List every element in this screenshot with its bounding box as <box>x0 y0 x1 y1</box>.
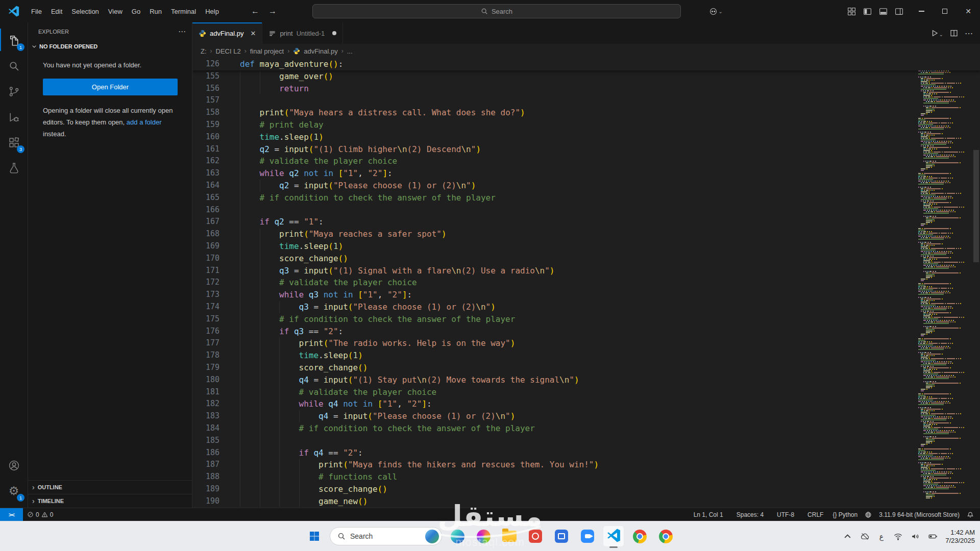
code-line[interactable]: 183q4 = input("Please choose (1) or (2)\… <box>192 410 980 422</box>
more-actions-icon[interactable]: ⋯ <box>965 29 973 38</box>
onedrive-paused-icon[interactable] <box>860 532 870 541</box>
menu-item-file[interactable]: File <box>27 6 46 17</box>
code-line[interactable]: 184# if condition to check the answer of… <box>192 422 980 435</box>
code-line[interactable]: 162# validate the player choice <box>192 155 980 167</box>
code-line[interactable]: 156return <box>192 83 980 95</box>
problems-status[interactable]: 0 0 <box>23 511 57 518</box>
minimap[interactable] <box>914 58 972 508</box>
back-arrow-icon[interactable]: ← <box>251 7 259 16</box>
taskbar-app-chrome-2[interactable] <box>655 525 676 547</box>
activity-bar-item-account[interactable] <box>2 453 26 478</box>
volume-icon[interactable] <box>911 532 920 541</box>
taskbar-app-chrome[interactable] <box>629 525 650 547</box>
code-line[interactable]: 158print("Maya hears a distress call. Wh… <box>192 107 980 119</box>
menu-item-view[interactable]: View <box>104 6 127 17</box>
code-line[interactable]: 161q2 = input("(1) Climb higher\n(2) Des… <box>192 143 980 156</box>
menu-item-go[interactable]: Go <box>127 6 145 17</box>
forward-arrow-icon[interactable]: → <box>268 7 277 16</box>
taskbar-app-copilot[interactable] <box>473 525 494 547</box>
code-line[interactable]: 155game_over() <box>192 70 980 83</box>
breadcrumb-item[interactable]: final project <box>250 47 284 55</box>
sticky-scroll-line[interactable]: 126def maya_adventure(): <box>192 58 980 70</box>
tab-print[interactable]: printUntitled-1 <box>262 22 343 44</box>
activity-bar-item-search[interactable] <box>2 53 26 79</box>
menu-item-run[interactable]: Run <box>145 6 166 17</box>
timeline-section[interactable]: › TIMELINE <box>28 494 192 508</box>
code-editor[interactable]: 126def maya_adventure(): 155game_over()1… <box>192 58 980 508</box>
code-line[interactable]: 174q3 = input("Please choose (1) or (2)\… <box>192 301 980 313</box>
status-item-ln-1-col-1[interactable]: Ln 1, Col 1 <box>692 511 725 518</box>
code-line[interactable]: 167if q2 == "1": <box>192 216 980 228</box>
activity-bar-item-settings[interactable]: ⚙1 <box>2 478 26 504</box>
code-line[interactable]: 169time.sleep(1) <box>192 240 980 253</box>
scrollbar-thumb[interactable] <box>973 150 979 262</box>
code-line[interactable]: 171q3 = input("(1) Signal with a flare\n… <box>192 265 980 277</box>
toggle-panel-icon[interactable] <box>879 7 888 16</box>
code-line[interactable]: 178time.sleep(1) <box>192 349 980 362</box>
taskbar-search-box[interactable]: Search <box>330 527 442 545</box>
code-line[interactable]: 182while q4 not in ["1", "2"]: <box>192 398 980 410</box>
taskbar-app-app-red[interactable] <box>525 525 546 547</box>
code-viewport[interactable]: 155game_over()156return157158print("Maya… <box>192 70 980 508</box>
status-item-crlf[interactable]: CRLF <box>805 511 825 518</box>
activity-bar-item-run-debug[interactable] <box>2 104 26 130</box>
code-line[interactable]: 189score_change() <box>192 483 980 495</box>
outline-section[interactable]: › OUTLINE <box>28 480 192 494</box>
code-line[interactable]: 157 <box>192 94 980 107</box>
section-no-folder-opened[interactable]: NO FOLDER OPENED <box>28 40 192 53</box>
taskbar-app-edge[interactable] <box>447 525 468 547</box>
wifi-icon[interactable] <box>893 532 903 541</box>
code-line[interactable]: 186if q4 == "2": <box>192 447 980 459</box>
code-line[interactable]: 175# if condition to check the answer of… <box>192 313 980 325</box>
code-line[interactable]: 168print("Maya reaches a safer spot") <box>192 228 980 240</box>
customize-layout-icon[interactable] <box>847 7 856 16</box>
activity-bar-item-testing[interactable] <box>2 155 26 181</box>
remote-indicator[interactable]: >< <box>0 508 23 521</box>
activity-bar-item-source-control[interactable] <box>2 79 26 104</box>
menu-item-edit[interactable]: Edit <box>46 6 67 17</box>
code-line[interactable]: 159# print delay <box>192 119 980 131</box>
code-line[interactable]: 185 <box>192 435 980 447</box>
live-share-status[interactable] <box>865 511 872 518</box>
breadcrumb-item[interactable]: Z: <box>201 47 207 55</box>
breadcrumb-item[interactable]: advFinal.py <box>304 47 337 55</box>
taskbar-app-app-blue[interactable] <box>551 525 572 547</box>
code-line[interactable]: 179score_change() <box>192 362 980 374</box>
add-folder-link[interactable]: add a folder <box>127 118 162 126</box>
code-line[interactable]: 172# validate the player choice <box>192 277 980 289</box>
code-line[interactable]: 173while q3 not in ["1", "2"]: <box>192 289 980 301</box>
status-item-utf-8[interactable]: UTF-8 <box>775 511 796 518</box>
battery-icon[interactable] <box>928 532 938 541</box>
code-line[interactable]: 166 <box>192 204 980 216</box>
code-line[interactable]: 170score_change() <box>192 253 980 265</box>
code-line[interactable]: 176if q3 == "2": <box>192 325 980 338</box>
command-center-search[interactable]: Search <box>312 4 681 18</box>
code-line[interactable]: 163while q2 not in ["1", "2"]: <box>192 167 980 180</box>
activity-bar-item-extensions[interactable]: 3 <box>2 130 26 155</box>
tab-advfinal-py[interactable]: advFinal.py✕ <box>192 22 262 44</box>
code-line[interactable]: 190game_new() <box>192 495 980 508</box>
minimize-button[interactable] <box>910 0 933 22</box>
editor-scrollbar[interactable] <box>972 58 980 508</box>
toggle-secondary-sidebar-icon[interactable] <box>895 7 903 16</box>
code-line[interactable]: 181# validate the player choice <box>192 386 980 398</box>
code-line[interactable]: 187print("Maya finds the hikers and resc… <box>192 459 980 471</box>
code-line[interactable]: 177print("The radio works. Help is on th… <box>192 337 980 349</box>
python-interpreter[interactable]: 3.11.9 64-bit (Microsoft Store) <box>877 511 962 518</box>
taskbar-app-vscode[interactable] <box>603 525 624 547</box>
clock[interactable]: 1:42 AM 7/23/2025 <box>945 529 975 545</box>
open-folder-button[interactable]: Open Folder <box>43 79 178 95</box>
taskbar-app-zoom[interactable] <box>577 525 598 547</box>
breadcrumb-item[interactable]: DECI L2 <box>216 47 241 55</box>
toggle-sidebar-icon[interactable] <box>863 7 872 16</box>
status-item-spaces[interactable]: Spaces: 4 <box>734 511 766 518</box>
code-line[interactable]: 126def maya_adventure(): <box>192 58 980 70</box>
code-line[interactable]: 160time.sleep(1) <box>192 131 980 143</box>
breadcrumb-item[interactable]: ... <box>347 47 353 55</box>
tray-chevron-up-icon[interactable] <box>843 532 852 541</box>
language-mode[interactable]: {} Python <box>830 511 860 518</box>
menu-item-selection[interactable]: Selection <box>67 6 103 17</box>
close-button[interactable]: ✕ <box>957 0 980 22</box>
activity-bar-item-explorer[interactable]: 1 <box>2 28 26 53</box>
run-python-file-button[interactable]: ⌄ <box>930 29 943 37</box>
